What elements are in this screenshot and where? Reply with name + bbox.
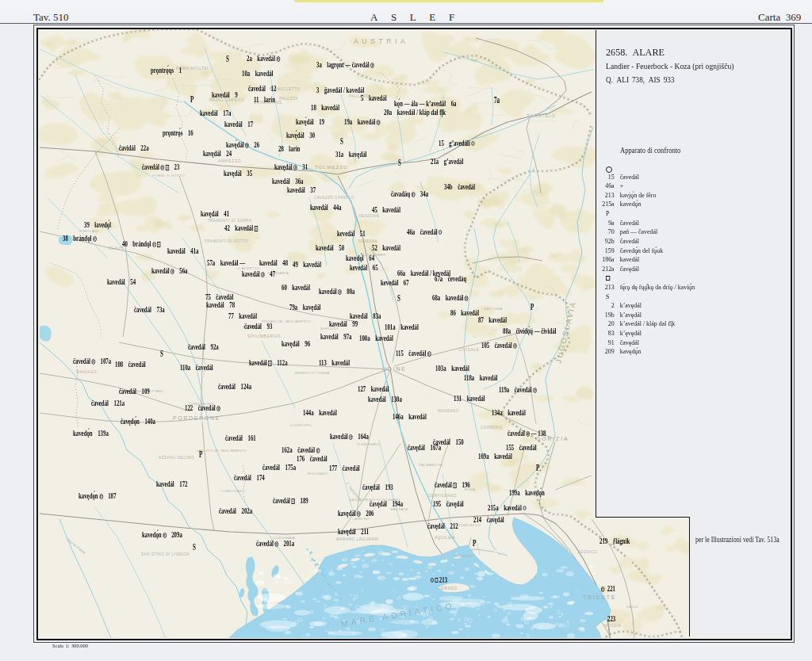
svg-text:CIVIDALE: CIVIDALE	[458, 348, 480, 352]
svg-text:SAVOGNA: SAVOGNA	[484, 307, 503, 311]
svg-text:SPILIMBERGO: SPILIMBERGO	[247, 334, 281, 338]
svg-text:RIVIGNANO: RIVIGNANO	[308, 472, 329, 476]
svg-text:TRIESTE: TRIESTE	[583, 594, 616, 600]
svg-text:MERETO DI TOMBA: MERETO DI TOMBA	[295, 371, 330, 375]
svg-text:MANIAGO: MANIAGO	[76, 370, 97, 374]
svg-text:ZAULE: ZAULE	[626, 605, 638, 609]
svg-text:TARVISIO: TARVISIO	[527, 113, 556, 118]
svg-text:TRAMONTI DI SOTTO: TRAMONTI DI SOTTO	[205, 239, 248, 243]
svg-text:CORDOVADO: CORDOVADO	[220, 489, 246, 493]
svg-text:SGONICO: SGONICO	[577, 550, 597, 554]
svg-text:CORMONS: CORMONS	[481, 426, 503, 430]
svg-text:MANZANO: MANZANO	[438, 409, 458, 413]
svg-text:PALMANOVA: PALMANOVA	[419, 463, 442, 467]
svg-text:MUGGIA: MUGGIA	[604, 624, 622, 628]
svg-text:SAN VITO AL TAGLIAMENTO: SAN VITO AL TAGLIAMENTO	[197, 449, 247, 453]
svg-text:AZZANO DECIMO: AZZANO DECIMO	[159, 456, 194, 460]
svg-text:AQUILEIA: AQUILEIA	[435, 536, 455, 540]
svg-text:CODROIPO: CODROIPO	[290, 423, 312, 427]
svg-text:AUSTRIA: AUSTRIA	[354, 37, 408, 45]
svg-text:PORDENONE: PORDENONE	[173, 415, 220, 421]
svg-text:PALUZZA: PALUZZA	[279, 97, 298, 101]
svg-text:UDINE: UDINE	[382, 366, 407, 372]
svg-text:FORNI DI SOTTO: FORNI DI SOTTO	[152, 174, 185, 178]
svg-text:AMPEZZO: AMPEZZO	[218, 159, 242, 163]
svg-text:CERVIGNANO: CERVIGNANO	[428, 494, 457, 498]
svg-text:CAVAZZO CARNICO: CAVAZZO CARNICO	[314, 196, 354, 200]
svg-text:CLAUT: CLAUT	[109, 246, 124, 250]
svg-text:SAN STINO DI LIVENZA: SAN STINO DI LIVENZA	[141, 552, 190, 556]
svg-text:TOLMEZZO: TOLMEZZO	[315, 165, 348, 170]
svg-text:FLUMIGNANO: FLUMIGNANO	[357, 442, 381, 446]
svg-text:MARANO LAGUNARI: MARANO LAGUNARI	[336, 537, 379, 541]
svg-text:GRADO: GRADO	[441, 586, 458, 590]
svg-text:BELVEDERE: BELVEDERE	[454, 555, 473, 558]
